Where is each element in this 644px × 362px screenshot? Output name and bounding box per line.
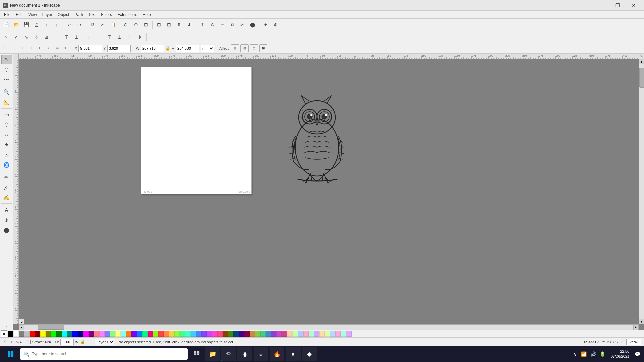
zoom-fit-button[interactable]: ⊡ — [141, 20, 151, 29]
menu-item-file[interactable]: File — [1, 12, 13, 18]
open-fill-button[interactable]: ✂ — [238, 20, 247, 29]
color-swatch-59[interactable] — [325, 331, 330, 337]
menu-item-help[interactable]: Help — [140, 12, 154, 18]
color-swatch-0[interactable] — [8, 331, 13, 337]
color-swatch-29[interactable] — [164, 331, 169, 337]
color-swatch-8[interactable] — [51, 331, 56, 337]
align-bottom-button[interactable]: ⊧ — [135, 32, 145, 42]
vertical-scrollbar[interactable]: ▲ ▼ — [639, 59, 644, 324]
zoom-tool[interactable]: 🔍 — [1, 87, 12, 97]
snap-to-path-button[interactable]: ⊞ — [42, 32, 51, 42]
notification-button[interactable]: 💬 — [633, 350, 641, 358]
color-swatch-54[interactable] — [298, 331, 303, 337]
inkscape-taskbar[interactable]: ✏ — [221, 347, 236, 361]
color-swatch-49[interactable] — [271, 331, 276, 337]
color-swatch-60[interactable] — [330, 331, 335, 337]
measure-tool[interactable]: 📐 — [1, 98, 12, 107]
snap-midpoints-button[interactable]: ⊣ — [52, 32, 61, 42]
raise-object-button[interactable]: ⬆ — [174, 20, 184, 29]
align-dist-button[interactable]: ⊣ — [218, 20, 227, 29]
maximize-button[interactable]: ❐ — [610, 0, 625, 11]
undo-button[interactable]: ↩ — [65, 20, 74, 29]
color-swatch-9[interactable] — [56, 331, 62, 337]
color-swatch-5[interactable] — [35, 331, 40, 337]
task-view-button[interactable] — [189, 347, 204, 361]
color-swatch-7[interactable] — [46, 331, 51, 337]
color-swatch-48[interactable] — [266, 331, 271, 337]
import-button[interactable]: ↓ — [42, 20, 51, 29]
color-swatch-16[interactable] — [94, 331, 99, 337]
tb3-align-top[interactable]: ⊥ — [28, 45, 35, 52]
minimize-button[interactable]: — — [594, 0, 609, 11]
color-swatch-28[interactable] — [158, 331, 164, 337]
align-center-v-button[interactable]: ⊦ — [125, 32, 135, 42]
node-tool[interactable]: ⬡ — [1, 65, 12, 74]
color-swatch-15[interactable] — [89, 331, 94, 337]
scroll-thumb-v[interactable] — [639, 68, 644, 88]
layer-dropdown[interactable]: Layer 1 — [95, 339, 114, 345]
align-center-h-button[interactable]: ⊣ — [95, 32, 104, 42]
start-button[interactable] — [3, 347, 19, 361]
snap-bbox-button[interactable]: ⤡ — [21, 32, 31, 42]
ungroup-button[interactable]: ⊟ — [164, 20, 174, 29]
export-button[interactable]: ↑ — [52, 20, 61, 29]
color-swatch-20[interactable] — [115, 331, 121, 337]
menu-item-view[interactable]: View — [25, 12, 40, 18]
color-swatch-23[interactable] — [131, 331, 137, 337]
group-button[interactable]: ⊞ — [154, 20, 164, 29]
affect-stroke-button[interactable]: ⊟ — [240, 44, 249, 52]
show-hidden-icons[interactable]: ∧ — [571, 350, 579, 358]
zoom-in-button[interactable]: ⊕ — [131, 20, 141, 29]
ellipse-tool[interactable]: ○ — [1, 130, 12, 139]
spiral-tool[interactable]: 🌀 — [1, 160, 12, 170]
color-swatch-63[interactable] — [346, 331, 352, 337]
color-swatch-17[interactable] — [99, 331, 105, 337]
align-left-button[interactable]: ⊢ — [85, 32, 94, 42]
color-swatch-56[interactable] — [309, 331, 314, 337]
color-swatch-1[interactable] — [13, 331, 19, 337]
save-button[interactable]: 💾 — [21, 20, 31, 29]
lock-proportions-icon[interactable]: 🔒 — [165, 46, 170, 51]
color-swatch-51[interactable] — [282, 331, 287, 337]
color-swatch-33[interactable] — [185, 331, 191, 337]
y-input[interactable] — [109, 46, 129, 50]
color-swatch-25[interactable] — [142, 331, 148, 337]
align-top-button[interactable]: ⊥ — [115, 32, 124, 42]
snap-nodes-button[interactable]: ⤢ — [11, 32, 21, 42]
color-swatch-42[interactable] — [233, 331, 239, 337]
x-input[interactable] — [80, 46, 100, 50]
toolbox-expand[interactable]: » — [6, 325, 8, 328]
orange-taskbar[interactable]: ◆ — [302, 347, 317, 361]
color-swatch-6[interactable] — [40, 331, 46, 337]
color-swatch-62[interactable] — [341, 331, 346, 337]
color-swatch-53[interactable] — [292, 331, 298, 337]
color-swatch-10[interactable] — [62, 331, 67, 337]
taskbar-clock[interactable]: 22:5007/06/2021 — [608, 349, 632, 359]
gradient-tool[interactable]: ⬤ — [1, 225, 12, 235]
menu-item-edit[interactable]: Edit — [13, 12, 25, 18]
polygon-tool[interactable]: ▷ — [1, 150, 12, 160]
menu-item-filters[interactable]: Filters — [98, 12, 115, 18]
color-swatch-18[interactable] — [105, 331, 110, 337]
color-swatch-41[interactable] — [228, 331, 233, 337]
paste-button[interactable]: 📋 — [108, 20, 117, 29]
color-swatch-2[interactable] — [19, 331, 24, 337]
unit-dropdown[interactable]: mmpxcminpt — [201, 45, 214, 52]
pencil-tool[interactable]: ✏ — [1, 173, 12, 182]
tb3-align-center[interactable]: ⊣ — [10, 45, 17, 52]
fox-taskbar[interactable]: 🔥 — [270, 347, 284, 361]
color-swatch-37[interactable] — [207, 331, 212, 337]
color-swatch-45[interactable] — [250, 331, 255, 337]
snap-toggle-button[interactable]: ↖ — [1, 32, 11, 42]
menu-item-text[interactable]: Text — [86, 12, 98, 18]
w-input[interactable] — [142, 46, 162, 50]
tweak-tool[interactable]: 〜 — [1, 75, 12, 84]
color-swatch-14[interactable] — [83, 331, 89, 337]
color-swatch-50[interactable] — [276, 331, 282, 337]
tb3-align-middle[interactable]: ⊦ — [36, 45, 44, 52]
color-swatch-31[interactable] — [174, 331, 180, 337]
color-swatch-38[interactable] — [212, 331, 217, 337]
stroke-color-box[interactable]: ✕ — [26, 340, 31, 344]
color-swatch-46[interactable] — [255, 331, 260, 337]
cut-button[interactable]: ✂ — [98, 20, 107, 29]
